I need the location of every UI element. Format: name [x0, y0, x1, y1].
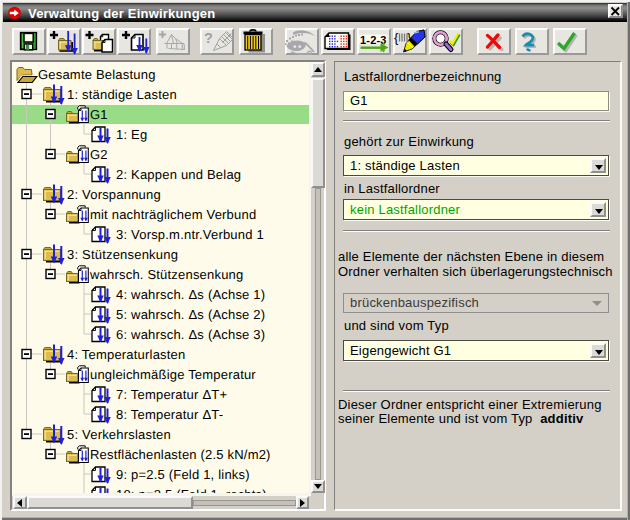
svg-text:5: Verkehrslasten: 5: Verkehrslasten: [67, 427, 171, 442]
svg-text:6: wahrsch. Δs (Achse 3): 6: wahrsch. Δs (Achse 3): [116, 327, 265, 342]
svg-text:wahrsch. Stützensenkung: wahrsch. Stützensenkung: [89, 267, 243, 282]
svg-text:7: Temperatur ΔT+: 7: Temperatur ΔT+: [116, 387, 227, 402]
svg-text:8: Temperatur ΔT-: 8: Temperatur ΔT-: [116, 407, 223, 422]
svg-text:3: Stützensenkung: 3: Stützensenkung: [67, 247, 178, 262]
svg-text:{: {: [394, 30, 399, 45]
svg-text:ungleichmäßige Temperatur: ungleichmäßige Temperatur: [90, 367, 256, 382]
svg-text:2: Vorspannung: 2: Vorspannung: [67, 187, 161, 202]
svg-text:4: wahrsch. Δs (Achse 1): 4: wahrsch. Δs (Achse 1): [116, 287, 265, 302]
svg-text:?: ?: [204, 30, 213, 46]
svg-text:Gesamte Belastung: Gesamte Belastung: [38, 67, 156, 82]
svg-text:5: wahrsch. Δs (Achse 2): 5: wahrsch. Δs (Achse 2): [116, 307, 265, 322]
svg-text:G1: G1: [90, 107, 108, 122]
svg-text:2: Kappen und Belag: 2: Kappen und Belag: [116, 167, 241, 182]
svg-text:mit nachträglichem Verbund: mit nachträglichem Verbund: [90, 207, 256, 222]
svg-text:G2: G2: [90, 147, 108, 162]
svg-text:1: ständige Lasten: 1: ständige Lasten: [67, 87, 177, 102]
svg-text:3: Vorsp.m.ntr.Verbund 1: 3: Vorsp.m.ntr.Verbund 1: [116, 227, 264, 242]
svg-text:9: p=2.5 (Feld 1, links): 9: p=2.5 (Feld 1, links): [116, 467, 250, 482]
svg-text:4: Temperaturlasten: 4: Temperaturlasten: [67, 347, 185, 362]
svg-text:Restflächenlasten (2.5 kN/m2): Restflächenlasten (2.5 kN/m2): [90, 447, 271, 462]
svg-text:1: Eg: 1: Eg: [116, 127, 147, 142]
